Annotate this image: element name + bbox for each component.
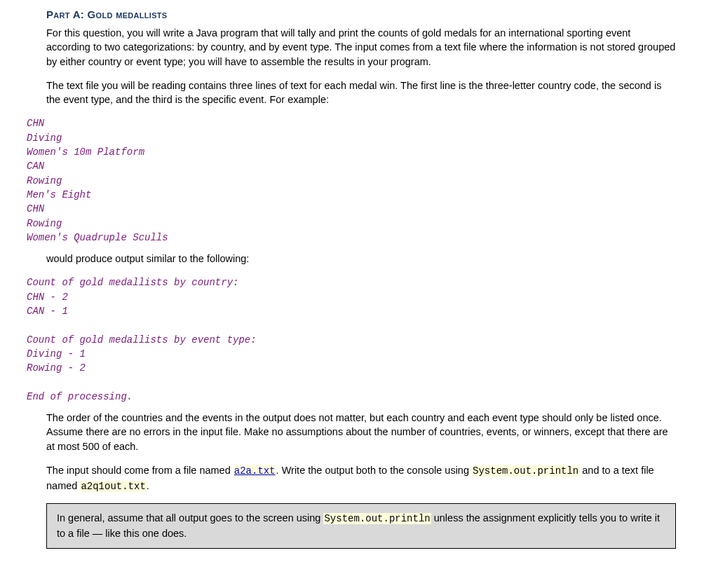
paragraph-5-row: The input should come from a file named … <box>46 463 676 493</box>
paragraph-1: For this question, you will write a Java… <box>46 26 676 69</box>
note-println-code: System.out.println <box>323 513 431 524</box>
paragraph-5-text-4: . <box>147 480 149 491</box>
paragraph-4-row: The order of the countries and the event… <box>46 411 676 453</box>
code-example-2: Count of gold medallists by country: CHN… <box>27 275 718 404</box>
paragraph-3-row: would produce output similar to the foll… <box>46 252 676 266</box>
paragraph-1-row: For this question, you will write a Java… <box>46 26 676 69</box>
paragraph-5: The input should come from a file named … <box>46 463 676 493</box>
code-example-2-row: Count of gold medallists by country: CHN… <box>27 275 718 404</box>
note-box: In general, assume that all output goes … <box>46 503 676 548</box>
section-heading: Part A: Gold medallists <box>46 7 676 22</box>
input-file-name: a2a.txt <box>233 465 276 477</box>
output-file-name: a2q1out.txt <box>80 481 146 492</box>
section-heading-row: Part A: Gold medallists <box>46 7 676 22</box>
paragraph-4: The order of the countries and the event… <box>46 411 676 453</box>
paragraph-2-row: The text file you will be reading contai… <box>46 78 676 107</box>
note-text-1: In general, assume that all output goes … <box>57 512 323 524</box>
paragraph-5-text-2: . Write the output both to the console u… <box>276 465 472 476</box>
page-container: Part A: Gold medallists For this questio… <box>0 0 718 563</box>
println-code: System.out.println <box>472 465 579 477</box>
paragraph-3: would produce output similar to the foll… <box>46 252 676 266</box>
paragraph-5-text-1: The input should come from a file named <box>46 465 233 476</box>
paragraph-2: The text file you will be reading contai… <box>46 78 676 107</box>
code-example-1-row: CHN Diving Women's 10m Platform CAN Rowi… <box>27 116 718 245</box>
input-file-link[interactable]: a2a.txt <box>233 465 276 476</box>
code-example-1: CHN Diving Women's 10m Platform CAN Rowi… <box>27 116 718 245</box>
